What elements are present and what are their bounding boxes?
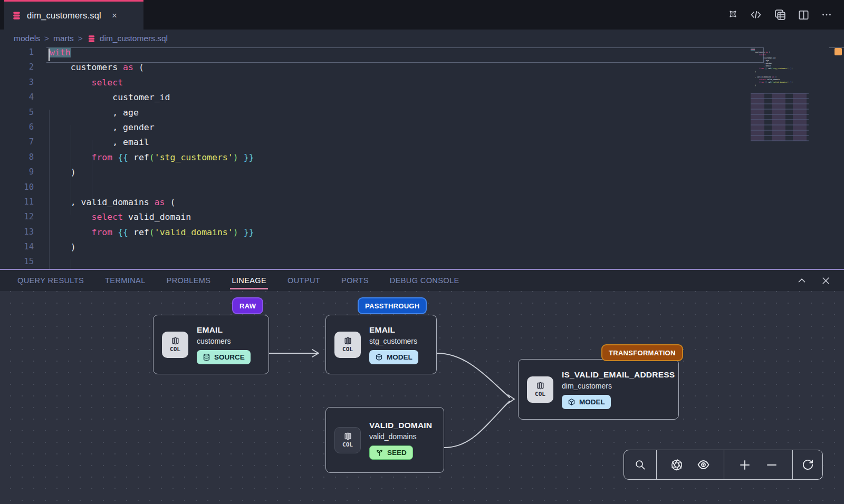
column-chip: COL xyxy=(334,427,361,453)
code-line: from {{ ref('stg_customers') }} xyxy=(50,152,751,167)
line-number: 6 xyxy=(0,122,34,137)
database-icon xyxy=(203,353,210,361)
tab-close-icon[interactable]: × xyxy=(112,11,117,21)
code-line: customers as ( xyxy=(50,62,751,77)
resource-pill-seed: SEED xyxy=(369,445,413,460)
minimap[interactable]: with customers as ( select customer_id ,… xyxy=(751,49,815,268)
lineage-node-valid-domains[interactable]: COL VALID_DOMAIN valid_domains SEED xyxy=(325,407,444,473)
chevron-up-icon[interactable] xyxy=(796,275,808,286)
cube-icon xyxy=(568,398,576,406)
code-line: customer_id xyxy=(50,92,751,107)
database-icon xyxy=(12,11,22,21)
panel-tab-ports[interactable]: PORTS xyxy=(341,270,369,291)
line-number: 14 xyxy=(0,242,34,257)
node-model-name: dim_customers xyxy=(562,382,612,390)
line-number: 4 xyxy=(0,92,34,107)
close-icon[interactable] xyxy=(820,275,831,286)
code-line: with xyxy=(50,47,751,62)
line-number: 8 xyxy=(0,152,34,167)
resource-pill-model: MODEL xyxy=(562,395,611,409)
tab-dim-customers[interactable]: dim_customers.sql × xyxy=(4,0,143,30)
code-line: ) xyxy=(50,242,751,257)
seedling-icon xyxy=(376,449,383,457)
panel-tab-terminal[interactable]: TERMINAL xyxy=(105,270,146,291)
panel-tab-bar: QUERY RESULTSTERMINALPROBLEMSLINEAGEOUTP… xyxy=(0,270,844,291)
database-icon xyxy=(87,34,96,43)
more-icon[interactable] xyxy=(821,9,832,21)
line-number: 13 xyxy=(0,227,34,242)
breadcrumb: models > marts > dim_customers.sql xyxy=(0,30,844,47)
line-number: 9 xyxy=(0,167,34,182)
lineage-canvas[interactable]: RAW COL EMAIL customers SOURCE PASSTHROU… xyxy=(0,291,844,504)
code-icon[interactable] xyxy=(750,8,762,21)
header-actions xyxy=(726,0,832,30)
zoom-in-icon[interactable] xyxy=(738,459,751,471)
code-line: , age xyxy=(50,108,751,122)
refresh-icon[interactable] xyxy=(802,459,814,471)
panel-tab-lineage[interactable]: LINEAGE xyxy=(232,270,266,291)
line-number: 7 xyxy=(0,137,34,152)
code-lines: with customers as ( select customer_id ,… xyxy=(50,47,751,269)
code-line: , gender xyxy=(50,122,751,137)
resource-pill-model: MODEL xyxy=(369,350,418,364)
breadcrumb-file[interactable]: dim_customers.sql xyxy=(87,34,168,43)
panel-tab-output[interactable]: OUTPUT xyxy=(287,270,320,291)
node-column-name: IS_VALID_EMAIL_ADDRESS xyxy=(562,370,675,380)
column-chip: COL xyxy=(334,332,361,358)
minimap-overflow xyxy=(751,93,809,141)
code-line: from {{ ref('valid_domains') }} xyxy=(50,227,751,242)
code-line: select xyxy=(50,77,751,92)
node-model-name: customers xyxy=(197,337,231,345)
badge-transformation: TRANSFORMATION xyxy=(601,344,683,361)
node-model-name: valid_domains xyxy=(369,432,417,441)
columns-icon xyxy=(536,381,545,390)
code-line xyxy=(50,182,751,197)
cube-icon xyxy=(375,353,383,361)
badge-raw: RAW xyxy=(232,297,263,314)
code-line: , valid_domains as ( xyxy=(50,197,751,212)
copy-table-icon[interactable] xyxy=(773,8,787,22)
line-number: 11 xyxy=(0,197,34,212)
aperture-icon[interactable] xyxy=(670,459,683,471)
panel-tab-problems[interactable]: PROBLEMS xyxy=(167,270,211,291)
text-cursor xyxy=(49,49,50,61)
code-editor[interactable]: 123456789101112131415 with customers as … xyxy=(0,47,844,269)
node-column-name: VALID_DOMAIN xyxy=(369,421,432,430)
node-model-name: stg_customers xyxy=(369,337,417,345)
code-line: select valid_domain xyxy=(50,212,751,227)
panel-tab-debug-console[interactable]: DEBUG CONSOLE xyxy=(390,270,459,291)
lineage-toolbar xyxy=(624,450,823,480)
tab-bar: dim_customers.sql × xyxy=(0,0,844,30)
tab-title: dim_customers.sql xyxy=(27,11,101,21)
panel-actions xyxy=(796,270,831,291)
code-line: ) xyxy=(50,167,751,182)
lineage-node-customers[interactable]: COL EMAIL customers SOURCE xyxy=(153,315,269,374)
lineage-node-dim-customers[interactable]: COL IS_VALID_EMAIL_ADDRESS dim_customers… xyxy=(518,359,679,420)
line-number: 2 xyxy=(0,62,34,77)
line-number: 3 xyxy=(0,77,34,92)
columns-icon xyxy=(171,336,180,345)
node-column-name: EMAIL xyxy=(197,325,223,335)
zoom-out-icon[interactable] xyxy=(765,459,778,471)
scrollbar-marker[interactable] xyxy=(835,48,842,55)
column-chip: COL xyxy=(162,332,188,358)
app-window: dim_customers.sql × xyxy=(0,0,844,504)
code-line: , email xyxy=(50,137,751,152)
code-line xyxy=(50,257,751,269)
line-number: 12 xyxy=(0,212,34,227)
badge-passthrough: PASSTHROUGH xyxy=(358,297,427,314)
node-column-name: EMAIL xyxy=(369,325,395,335)
line-number: 1 xyxy=(0,47,34,62)
column-chip: COL xyxy=(527,376,553,403)
breadcrumb-models[interactable]: models xyxy=(14,34,40,43)
lineage-node-stg-customers[interactable]: COL EMAIL stg_customers MODEL xyxy=(325,315,437,374)
columns-icon xyxy=(343,432,352,441)
dbt-logo-icon[interactable] xyxy=(726,8,738,21)
panel-tab-query-results[interactable]: QUERY RESULTS xyxy=(17,270,84,291)
split-editor-icon[interactable] xyxy=(798,9,810,21)
line-number-gutter: 123456789101112131415 xyxy=(0,47,34,269)
eye-icon[interactable] xyxy=(697,458,710,471)
search-icon[interactable] xyxy=(634,459,646,471)
breadcrumb-marts[interactable]: marts xyxy=(53,34,74,43)
resource-pill-source: SOURCE xyxy=(197,350,251,364)
